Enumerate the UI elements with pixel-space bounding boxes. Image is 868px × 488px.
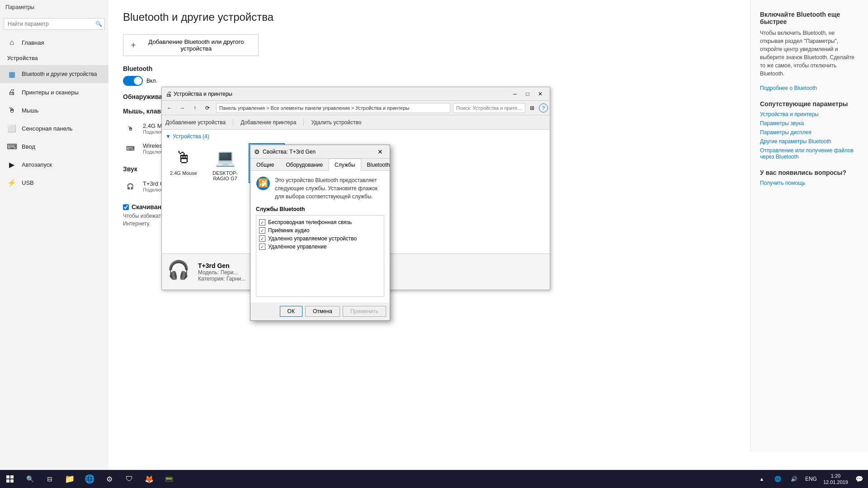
start-button[interactable] — [0, 470, 20, 488]
dep-help-button[interactable]: ? — [539, 103, 548, 113]
dep-remove-device-link[interactable]: Удалить устройство — [311, 119, 361, 126]
dep-back-button[interactable]: ← — [164, 102, 175, 114]
add-plus-icon: + — [131, 40, 136, 51]
props-cancel-button[interactable]: Отмена — [305, 306, 340, 317]
service-checkbox-2[interactable] — [259, 235, 265, 242]
mouse-device-icon: 🖱 — [123, 121, 137, 136]
bluetooth-toggle-row: Вкл. — [123, 76, 736, 86]
autostart-icon: ▶ — [7, 160, 16, 169]
dep-maximize-button[interactable]: □ — [522, 89, 533, 99]
props-title-icon: ⚙ — [254, 148, 260, 155]
taskbar-clock[interactable]: 1:20 12.01.2019 — [820, 473, 852, 486]
terminal-button[interactable]: 📟 — [159, 470, 179, 488]
props-close-button[interactable]: ✕ — [374, 147, 386, 157]
dep-section-title[interactable]: ▼ Устройства (4) — [165, 133, 546, 140]
search-icon: 🔍 — [95, 21, 102, 27]
props-services-list: Беспроводная телефонная связь Приёмник а… — [256, 215, 384, 297]
language-indicator[interactable]: ENG — [802, 476, 820, 482]
svg-rect-5 — [10, 475, 14, 479]
send-files-link[interactable]: Отправление или получение файлов через B… — [760, 147, 859, 160]
get-help-link[interactable]: Получить помощь — [760, 180, 859, 186]
settings-sidebar: Параметры 🔍 ⌂ Главная Устройства ▦ Bluet… — [0, 0, 108, 470]
dep-up-button[interactable]: ↑ — [189, 102, 201, 114]
shield-taskbar-button[interactable]: 🛡 — [119, 470, 139, 488]
dep-refresh-button[interactable]: ⟳ — [202, 102, 213, 114]
sidebar-item-autostart[interactable]: ▶ Автозапуск — [0, 155, 108, 174]
volume-icon[interactable]: 🔊 — [786, 470, 802, 488]
service-label-0: Беспроводная телефонная связь — [268, 219, 352, 225]
tab-general[interactable]: Общие — [250, 159, 280, 171]
dep-close-button[interactable]: ✕ — [534, 89, 546, 99]
chrome-button[interactable]: 🌐 — [80, 470, 99, 488]
tab-bluetooth[interactable]: Bluetooth — [361, 159, 396, 171]
display-settings-link[interactable]: Параметры дисплея — [760, 129, 859, 136]
service-checkbox-3[interactable] — [259, 244, 265, 250]
settings-titlebar: Параметры — [0, 0, 108, 14]
dep-mouse-icon: 🖱 — [171, 145, 196, 170]
dep-toolbar: ← → ↑ ⟳ Панель управления > Все элементы… — [162, 101, 550, 115]
settings-taskbar-button[interactable]: ⚙ — [99, 470, 119, 488]
tab-services[interactable]: Службы — [329, 159, 361, 171]
home-icon: ⌂ — [7, 38, 16, 47]
service-checkbox-1[interactable] — [259, 227, 265, 234]
props-desc-text: Это устройство Bluetooth предоставляет с… — [275, 176, 384, 201]
props-apply-button[interactable]: Применить — [343, 306, 386, 317]
printer-icon: 🖨 — [7, 88, 16, 97]
sound-settings-link[interactable]: Параметры звука — [760, 120, 859, 127]
download-checkbox[interactable] — [123, 204, 129, 210]
add-device-button[interactable]: + Добавление Bluetooth или другого устро… — [123, 34, 259, 56]
dep-model-value: Пери... — [221, 269, 238, 276]
dep-search-input[interactable] — [453, 103, 525, 113]
dep-mouse-name: 2.4G Mouse — [170, 170, 197, 176]
dep-add-device-link[interactable]: Добавление устройства — [165, 119, 226, 126]
task-view-button[interactable]: ⊟ — [40, 470, 60, 488]
dep-section-arrow: ▼ — [165, 133, 171, 140]
props-description: 📶 Это устройство Bluetooth предоставляет… — [256, 176, 384, 201]
dep-device-mouse[interactable]: 🖱 2.4G Mouse — [165, 143, 202, 183]
service-checkbox-0[interactable] — [259, 219, 265, 225]
action-center-button[interactable]: 💬 — [852, 470, 866, 488]
devices-section-header: Устройства — [0, 52, 108, 65]
taskbar: 🔍 ⊟ 📁 🌐 ⚙ 🛡 🦊 📟 ▲ 🌐 🔊 ENG 1:20 12.01.201… — [0, 470, 868, 488]
service-label-3: Удалённое управление — [268, 244, 327, 250]
dep-minimize-button[interactable]: ─ — [509, 89, 521, 99]
bluetooth-toggle[interactable] — [123, 76, 143, 86]
dep-device-desktop[interactable]: 💻 DESKTOP-RAGIO G7 — [207, 143, 243, 183]
file-manager-button[interactable]: 📁 — [60, 470, 80, 488]
other-bt-link[interactable]: Другие параметры Bluetooth — [760, 138, 859, 145]
service-label-2: Удаленно управляемое устройство — [268, 235, 357, 242]
bluetooth-nav-icon: ▦ — [7, 70, 16, 79]
browser-button[interactable]: 🦊 — [139, 470, 159, 488]
dep-forward-button[interactable]: → — [176, 102, 188, 114]
dep-detail-model: Модель: Пери... — [198, 269, 245, 276]
notifications-area[interactable]: ▲ — [754, 470, 770, 488]
dep-category-label: Категория: — [198, 276, 225, 282]
sidebar-item-home[interactable]: ⌂ Главная — [0, 33, 108, 52]
props-ok-button[interactable]: ОК — [280, 306, 302, 317]
search-taskbar-button[interactable]: 🔍 — [20, 470, 40, 488]
sidebar-item-mouse[interactable]: 🖱 Мышь — [0, 101, 108, 119]
devices-printers-link[interactable]: Устройства и принтеры — [760, 111, 859, 117]
keyboard-device-icon: ⌨ — [123, 141, 137, 155]
svg-rect-6 — [6, 479, 9, 483]
related-section-title: Сопутствующие параметры — [760, 100, 859, 108]
tab-hardware[interactable]: Оборудование — [280, 159, 329, 171]
dep-view-button[interactable]: ⊞ — [526, 102, 538, 114]
sidebar-item-touchpad[interactable]: ⬜ Сенсорная панель — [0, 119, 108, 137]
learn-more-link[interactable]: Подробнее о Bluetooth — [760, 85, 859, 91]
faster-tip: Чтобы включить Bluetooth, не открывая ра… — [760, 29, 859, 78]
sidebar-item-input[interactable]: ⌨ Ввод — [0, 137, 108, 155]
dep-add-printer-link[interactable]: Добавление принтера — [241, 119, 296, 126]
dep-address-text: Панель управления > Все элементы панели … — [219, 105, 409, 111]
dep-addressbar[interactable]: Панель управления > Все элементы панели … — [216, 103, 450, 113]
search-input[interactable] — [4, 18, 105, 30]
toggle-knob — [134, 77, 142, 85]
sidebar-item-printers[interactable]: 🖨 Принтеры и сканеры — [0, 83, 108, 101]
sidebar-item-usb[interactable]: ⚡ USB — [0, 174, 108, 192]
page-title: Bluetooth и другие устройства — [123, 11, 736, 23]
network-icon[interactable]: 🌐 — [770, 470, 786, 488]
dep-category-value: Гарни... — [226, 276, 246, 282]
sidebar-item-bluetooth[interactable]: ▦ Bluetooth и другие устройства — [0, 65, 108, 83]
props-services-title: Службы Bluetooth — [256, 206, 384, 212]
bluetooth-section-title: Bluetooth — [123, 65, 736, 72]
